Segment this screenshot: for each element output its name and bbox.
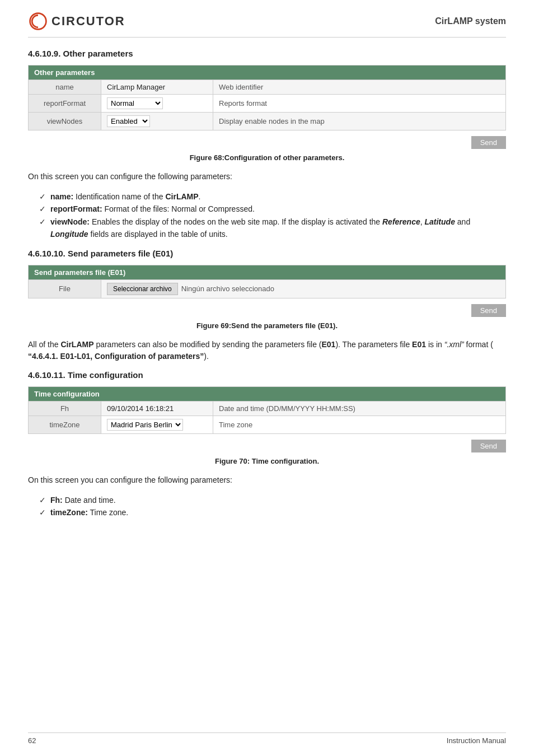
row-label-fh: Fh <box>29 401 101 416</box>
row-value-fh: 09/10/2014 16:18:21 <box>101 401 213 416</box>
bullet-viewnode: viewNode: Enables the display of the nod… <box>50 216 506 241</box>
send-params-send-row: Send <box>28 304 506 317</box>
table-row: viewNodes Enabled Disabled Display enabl… <box>29 113 506 130</box>
row-label-reportformat: reportFormat <box>29 95 101 113</box>
table-row: reportFormat Normal Compressed Reports f… <box>29 95 506 113</box>
table-header-row: Time configuration <box>29 386 506 401</box>
bullet-reportformat: reportFormat: Format of the files: Norma… <box>50 203 506 215</box>
page-footer: 62 Instruction Manual <box>28 732 506 745</box>
table-row: name CirLamp Manager Web identifier <box>29 80 506 95</box>
bullet-timezone: timeZone: Time zone. <box>50 506 506 519</box>
row-value-reportformat[interactable]: Normal Compressed <box>101 95 213 113</box>
row-desc-reportformat: Reports format <box>213 95 506 113</box>
select-file-button[interactable]: Seleccionar archivo <box>107 283 178 295</box>
circutor-logo-icon <box>28 11 48 31</box>
row-value-file[interactable]: Seleccionar archivo Ningún archivo selec… <box>101 279 506 298</box>
table-row: File Seleccionar archivo Ningún archivo … <box>29 279 506 298</box>
no-file-text: Ningún archivo seleccionado <box>181 284 274 293</box>
header-title: CirLAMP system <box>435 16 506 26</box>
time-config-send-button[interactable]: Send <box>471 440 506 452</box>
row-value-name: CirLamp Manager <box>101 80 213 95</box>
bullet-fh: Fh: Date and time. <box>50 494 506 506</box>
row-value-timezone[interactable]: Madrid Paris Berlin UTC London <box>101 416 213 433</box>
other-params-bullets: name: Identification name of the CirLAMP… <box>50 190 506 241</box>
row-desc-fh: Date and time (DD/MM/YYYY HH:MM:SS) <box>213 401 506 416</box>
send-parameters-table: Send parameters file (E01) File Seleccio… <box>28 265 506 298</box>
other-params-send-row: Send <box>28 136 506 149</box>
section-send-parameters: 4.6.10.10. Send parameters file (E01) Se… <box>28 249 506 362</box>
time-configuration-table: Time configuration Fh 09/10/2014 16:18:2… <box>28 386 506 434</box>
other-params-table-header: Other parameters <box>29 66 506 80</box>
send-params-body: All of the CirLAMP parameters can also b… <box>28 339 506 362</box>
section-other-parameters: 4.6.10.9. Other parameters Other paramet… <box>28 49 506 241</box>
time-config-table-header: Time configuration <box>29 386 506 401</box>
row-desc-viewnodes: Display enable nodes in the map <box>213 113 506 130</box>
row-desc-name: Web identifier <box>213 80 506 95</box>
time-config-send-row: Send <box>28 440 506 452</box>
table-row: timeZone Madrid Paris Berlin UTC London … <box>29 416 506 433</box>
row-label-name: name <box>29 80 101 95</box>
send-params-table-header: Send parameters file (E01) <box>29 265 506 279</box>
logo-text: CIRCUTOR <box>51 14 125 29</box>
other-params-body: On this screen you can configure the fol… <box>28 171 506 183</box>
row-label-timezone: timeZone <box>29 416 101 433</box>
row-label-viewnodes: viewNodes <box>29 113 101 130</box>
logo: CIRCUTOR <box>28 11 125 31</box>
figure-70-caption: Figure 70: Time configuration. <box>28 457 506 465</box>
section-time-configuration: 4.6.10.11. Time configuration Time confi… <box>28 370 506 519</box>
section-heading-other-params: 4.6.10.9. Other parameters <box>28 49 506 58</box>
other-parameters-table: Other parameters name CirLamp Manager We… <box>28 65 506 130</box>
reportformat-select[interactable]: Normal Compressed <box>107 97 163 109</box>
figure-69-caption: Figure 69:Send the parameters file (E01)… <box>28 321 506 330</box>
other-params-send-button[interactable]: Send <box>471 136 506 149</box>
row-label-file: File <box>29 279 101 298</box>
bullet-name: name: Identification name of the CirLAMP… <box>50 190 506 203</box>
timezone-select[interactable]: Madrid Paris Berlin UTC London <box>107 419 183 431</box>
row-value-viewnodes[interactable]: Enabled Disabled <box>101 113 213 130</box>
send-params-send-button[interactable]: Send <box>471 304 506 317</box>
footer-page-number: 62 <box>28 736 36 745</box>
page-header: CIRCUTOR CirLAMP system <box>28 11 506 38</box>
table-row: Fh 09/10/2014 16:18:21 Date and time (DD… <box>29 401 506 416</box>
figure-68-caption: Figure 68:Configuration of other paramet… <box>28 153 506 162</box>
section-heading-send-params: 4.6.10.10. Send parameters file (E01) <box>28 249 506 258</box>
table-header-row: Send parameters file (E01) <box>29 265 506 279</box>
viewnodes-select[interactable]: Enabled Disabled <box>107 115 150 127</box>
section-heading-time-config: 4.6.10.11. Time configuration <box>28 370 506 380</box>
table-header-row: Other parameters <box>29 66 506 80</box>
time-config-bullets: Fh: Date and time. timeZone: Time zone. <box>50 494 506 519</box>
footer-doc-title: Instruction Manual <box>447 736 506 745</box>
time-config-body: On this screen you can configure the fol… <box>28 474 506 486</box>
row-desc-timezone: Time zone <box>213 416 506 433</box>
